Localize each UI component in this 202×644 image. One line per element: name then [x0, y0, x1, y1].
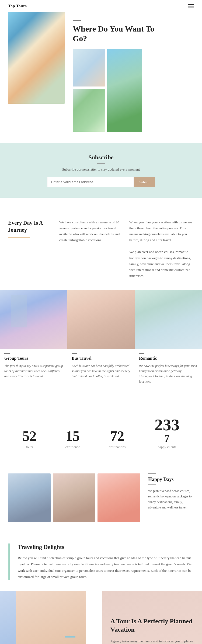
journey-col1: We have consultants with an average of 2… [59, 219, 124, 279]
tours-grid: Group Tours The first thing to say about… [0, 290, 202, 392]
site-logo: Top Tours [8, 4, 27, 8]
happy-images [8, 473, 140, 522]
hero-section: Where Do You Want To Go? [0, 12, 202, 143]
delights-section: Traveling Delights Below you will find a… [0, 533, 202, 591]
happy-image-1 [8, 473, 51, 522]
tour-content-bus: Bus Travel Each bus tour has been carefu… [67, 349, 135, 392]
happy-days-section: Happy Days We plan river and ocean cruis… [0, 463, 202, 533]
happy-title: Happy Days [148, 477, 194, 482]
stat-tours-number: 52 [23, 429, 37, 443]
journey-col2: When you plan your vacation with us we a… [129, 219, 194, 279]
tour-image-bus [67, 290, 135, 349]
vacation-text: Agency takes away the hassle and introdu… [110, 638, 194, 644]
delights-accent-bar [8, 543, 10, 580]
vacation-title: A Tour Is A Perfectly Planned Vacation [110, 617, 194, 634]
hero-main-image [8, 12, 65, 104]
stats-section: 52 tours 15 expirience 72 destinations 2… [0, 403, 202, 463]
tour-content-romantic: Romantic We have the perfect hideaways f… [135, 349, 202, 392]
happy-text: We plan river and ocean cruises, romanti… [148, 488, 194, 510]
delights-content: Traveling Delights Below you will find a… [18, 543, 194, 580]
subscribe-subtitle: Subscribe our newsletter to stay updated… [8, 167, 194, 172]
stat-destinations-label: destinations [109, 445, 126, 449]
hamburger-menu[interactable] [188, 4, 194, 8]
stat-experience: 15 expirience [65, 429, 80, 449]
stat-tours: 52 tours [23, 429, 37, 449]
tour-card-romantic: Romantic We have the perfect hideaways f… [135, 290, 202, 392]
journey-left: Every Day Is A Journey [8, 219, 51, 279]
delights-text: Below you will find a selection of sampl… [18, 555, 194, 580]
hero-palm-image [107, 49, 142, 132]
journey-right: We have consultants with an average of 2… [59, 219, 194, 279]
stat-clients: 233 7 happy clients [154, 416, 179, 449]
tour-title-bus: Bus Travel [72, 356, 130, 361]
happy-image-3 [97, 473, 140, 522]
stat-clients-number1: 233 [154, 416, 179, 433]
stat-destinations: 72 destinations [109, 429, 126, 449]
tours-section: Group Tours The first thing to say about… [0, 290, 202, 403]
stat-tours-label: tours [23, 445, 37, 449]
tour-title-group: Group Tours [4, 356, 63, 361]
subscribe-submit-button[interactable]: Submit [134, 177, 155, 187]
tour-accent-romantic [139, 353, 144, 354]
tour-desc-group: The first thing to say about our private… [4, 363, 63, 379]
hero-title: Where Do You Want To Go? [73, 24, 194, 43]
tour-desc-romantic: We have the perfect hideaways for your I… [139, 363, 198, 384]
tour-accent-group [4, 353, 10, 354]
tour-content-group: Group Tours The first thing to say about… [0, 349, 67, 392]
journey-section: Every Day Is A Journey We have consultan… [0, 209, 202, 290]
stat-experience-number: 15 [65, 429, 80, 443]
vacation-section: A Tour Is A Perfectly Planned Vacation A… [0, 591, 202, 644]
hero-right-content: Where Do You Want To Go? [67, 12, 194, 132]
journey-accent [8, 237, 30, 238]
stat-destinations-number: 72 [109, 429, 126, 443]
hero-small-image-bottom [73, 89, 105, 132]
delights-title: Traveling Delights [18, 543, 194, 550]
tour-image-group [0, 290, 67, 349]
stat-clients-label: happy clients [154, 445, 179, 449]
happy-image-2 [53, 473, 95, 522]
stat-clients-number2: 7 [154, 433, 179, 443]
subscribe-divider [97, 163, 105, 164]
vacation-background [0, 591, 75, 644]
subscribe-email-input[interactable] [47, 177, 134, 187]
stat-experience-label: expirience [65, 445, 80, 449]
happy-text-block: Happy Days We plan river and ocean cruis… [145, 473, 194, 510]
journey-title: Every Day Is A Journey [8, 219, 51, 233]
subscribe-section: Subscribe Subscribe our newsletter to st… [0, 143, 202, 198]
tour-card-group: Group Tours The first thing to say about… [0, 290, 67, 392]
hero-small-images [73, 49, 105, 132]
happy-divider-bottom [148, 484, 156, 485]
vacation-accent-bar [65, 636, 75, 638]
tour-card-bus: Bus Travel Each bus tour has been carefu… [67, 290, 135, 392]
subscribe-title: Subscribe [8, 154, 194, 161]
happy-divider-top [148, 473, 156, 474]
subscribe-form: Submit [47, 177, 155, 187]
tour-desc-bus: Each bus tour has been carefully archite… [72, 363, 130, 379]
hero-divider [73, 20, 81, 21]
tour-accent-bus [72, 353, 77, 354]
tour-image-romantic [135, 290, 202, 349]
hero-small-image-top [73, 49, 105, 86]
hero-images-row [73, 49, 194, 132]
vacation-overlay: A Tour Is A Perfectly Planned Vacation A… [102, 591, 202, 644]
hero-left-image [8, 12, 67, 132]
tour-title-romantic: Romantic [139, 356, 198, 361]
